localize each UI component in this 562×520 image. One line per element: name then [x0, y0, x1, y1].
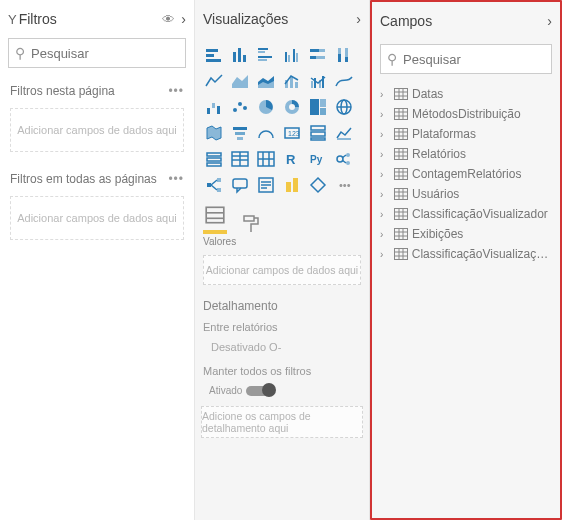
viz-scatter-icon[interactable] — [229, 96, 251, 118]
viz-100-bar-icon[interactable] — [307, 44, 329, 66]
chevron-right-icon: › — [380, 229, 390, 240]
svg-marker-86 — [311, 178, 325, 192]
field-table-label: Usuários — [412, 187, 459, 201]
viz-kpi-icon[interactable] — [333, 122, 355, 144]
viz-line-clcol-icon[interactable] — [307, 70, 329, 92]
field-table-row[interactable]: ›Relatórios — [376, 144, 556, 164]
svg-rect-47 — [233, 127, 247, 130]
chevron-right-icon: › — [380, 109, 390, 120]
svg-rect-12 — [293, 49, 295, 62]
viz-matrix-icon[interactable] — [255, 148, 277, 170]
viz-stacked-bar-icon[interactable] — [203, 44, 225, 66]
field-table-row[interactable]: ›ContagemRelatórios — [376, 164, 556, 184]
filters-collapse-chevron[interactable]: › — [181, 11, 186, 27]
field-table-label: ClassificaçãoVisualizações — [412, 247, 552, 261]
svg-rect-75 — [217, 178, 221, 182]
viz-treemap-icon[interactable] — [307, 96, 329, 118]
viz-slicer-icon[interactable] — [203, 148, 225, 170]
field-table-row[interactable]: ›Plataformas — [376, 124, 556, 144]
format-well[interactable] — [241, 214, 261, 234]
svg-rect-9 — [258, 59, 267, 61]
viz-clustered-column-icon[interactable] — [281, 44, 303, 66]
svg-point-70 — [346, 153, 350, 157]
svg-rect-57 — [207, 158, 221, 161]
field-table-label: Relatórios — [412, 147, 466, 161]
viz-pie-icon[interactable] — [255, 96, 277, 118]
viz-stacked-column-icon[interactable] — [229, 44, 251, 66]
filters-page-dropzone[interactable]: Adicionar campos de dados aqui — [10, 108, 184, 152]
field-table-row[interactable]: ›ClassificaçãoVisualizações — [376, 244, 556, 264]
eye-icon[interactable]: 👁 — [162, 12, 175, 27]
format-wells — [203, 204, 361, 234]
viz-filled-map-icon[interactable] — [203, 122, 225, 144]
viz-donut-icon[interactable] — [281, 96, 303, 118]
field-table-row[interactable]: ›ClassificaçãoVisualizador — [376, 204, 556, 224]
svg-rect-15 — [319, 49, 325, 52]
viz-multicard-icon[interactable] — [307, 122, 329, 144]
field-table-row[interactable]: ›Exibições — [376, 224, 556, 244]
viz-collapse-chevron[interactable]: › — [356, 11, 361, 27]
viz-store-icon[interactable]: ••• — [333, 174, 355, 196]
field-table-row[interactable]: ›Datas — [376, 84, 556, 104]
viz-100-column-icon[interactable] — [333, 44, 355, 66]
svg-line-78 — [211, 185, 217, 190]
viz-qa-icon[interactable] — [229, 174, 251, 196]
viz-gauge-icon[interactable] — [255, 122, 277, 144]
more-icon[interactable]: ••• — [168, 84, 184, 98]
cross-report-toggle[interactable]: Desativado O- — [211, 341, 361, 353]
viz-icon-grid: 123 R Py ••• — [203, 44, 361, 196]
chevron-right-icon: › — [380, 189, 390, 200]
svg-rect-88 — [206, 207, 224, 222]
viz-table-icon[interactable] — [229, 148, 251, 170]
filters-section-all-head: Filtros em todas as páginas ••• — [0, 166, 194, 192]
svg-point-69 — [337, 156, 343, 162]
svg-rect-41 — [310, 99, 319, 115]
toggle-state: Ativado — [209, 385, 242, 396]
viz-ribbon-icon[interactable] — [333, 70, 355, 92]
viz-area-icon[interactable] — [229, 70, 251, 92]
field-table-label: Exibições — [412, 227, 463, 241]
chevron-right-icon: › — [380, 149, 390, 160]
viz-values-dropzone[interactable]: Adicionar campos de dados aqui — [203, 255, 361, 285]
viz-narrative-icon[interactable] — [255, 174, 277, 196]
svg-point-37 — [243, 106, 247, 110]
viz-r-icon[interactable]: R — [281, 148, 303, 170]
more-icon[interactable]: ••• — [168, 172, 184, 186]
viz-py-icon[interactable]: Py — [307, 148, 329, 170]
keep-filters-toggle[interactable]: Ativado — [209, 385, 361, 396]
viz-funnel-icon[interactable] — [229, 122, 251, 144]
viz-line-icon[interactable] — [203, 70, 225, 92]
viz-powerapps-icon[interactable] — [307, 174, 329, 196]
fields-search[interactable]: ⚲ — [380, 44, 552, 74]
viz-map-icon[interactable] — [333, 96, 355, 118]
viz-key-influencers-icon[interactable] — [333, 148, 355, 170]
filters-section-page-head: Filtros nesta página ••• — [0, 78, 194, 104]
svg-rect-1 — [206, 54, 214, 57]
table-icon — [394, 128, 408, 140]
svg-rect-2 — [206, 59, 221, 62]
viz-stacked-area-icon[interactable] — [255, 70, 277, 92]
fields-collapse-chevron[interactable]: › — [547, 13, 552, 29]
field-table-row[interactable]: ›Usuários — [376, 184, 556, 204]
svg-rect-76 — [217, 188, 221, 192]
viz-clustered-bar-icon[interactable] — [255, 44, 277, 66]
dropzone-label: Adicione os campos de detalhamento aqui — [202, 410, 362, 434]
svg-rect-27 — [295, 82, 298, 88]
visualizations-panel: Visualizações › — [195, 0, 370, 520]
search-icon: ⚲ — [387, 51, 397, 67]
viz-paginated-icon[interactable] — [281, 174, 303, 196]
viz-waterfall-icon[interactable] — [203, 96, 225, 118]
svg-rect-42 — [320, 99, 326, 107]
filters-search[interactable]: ⚲ — [8, 38, 186, 68]
values-well[interactable] — [203, 204, 227, 234]
filters-search-input[interactable] — [31, 46, 199, 61]
viz-line-col-icon[interactable] — [281, 70, 303, 92]
viz-decomposition-icon[interactable] — [203, 174, 225, 196]
field-table-row[interactable]: ›MétodosDistribuição — [376, 104, 556, 124]
viz-card-icon[interactable]: 123 — [281, 122, 303, 144]
svg-rect-91 — [244, 216, 254, 221]
field-table-label: MétodosDistribuição — [412, 107, 521, 121]
drill-dropzone[interactable]: Adicione os campos de detalhamento aqui — [201, 406, 363, 438]
filters-all-dropzone[interactable]: Adicionar campos de dados aqui — [10, 196, 184, 240]
fields-search-input[interactable] — [403, 52, 562, 67]
